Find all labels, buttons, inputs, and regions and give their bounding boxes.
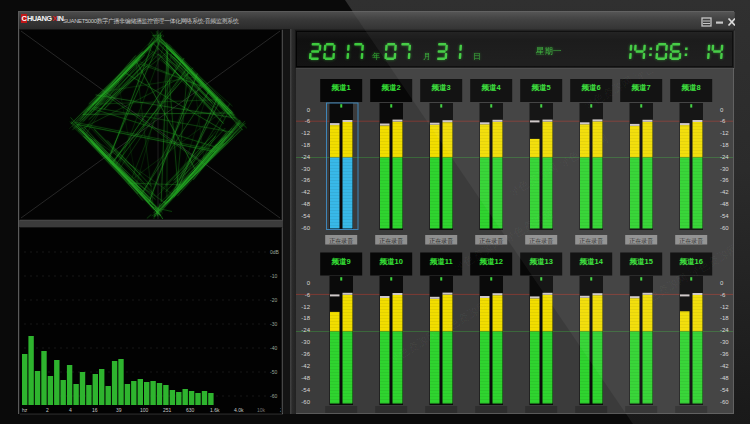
svg-text:正在录音: 正在录音 bbox=[579, 237, 603, 245]
svg-text:-36: -36 bbox=[301, 177, 310, 183]
svg-text:16: 16 bbox=[92, 407, 98, 413]
svg-text:频道1: 频道1 bbox=[331, 83, 351, 92]
svg-text:hz: hz bbox=[22, 407, 28, 413]
svg-text:-40: -40 bbox=[270, 345, 277, 351]
svg-text:25k: 25k bbox=[280, 407, 281, 413]
svg-text:-48: -48 bbox=[301, 375, 310, 381]
svg-text:-60: -60 bbox=[270, 393, 277, 399]
svg-text:频道9: 频道9 bbox=[331, 257, 351, 266]
svg-text:-42: -42 bbox=[301, 363, 310, 369]
svg-text:-60: -60 bbox=[720, 225, 729, 231]
svg-text:2: 2 bbox=[46, 407, 49, 413]
svg-text:4.0k: 4.0k bbox=[234, 407, 244, 413]
svg-text:-36: -36 bbox=[301, 351, 310, 357]
svg-text:-18: -18 bbox=[301, 142, 310, 148]
svg-text:频道5: 频道5 bbox=[531, 83, 551, 92]
svg-text:-50: -50 bbox=[270, 369, 277, 375]
svg-text:-60: -60 bbox=[301, 399, 310, 405]
svg-text:-6: -6 bbox=[720, 292, 726, 298]
svg-text:-30: -30 bbox=[301, 166, 310, 172]
svg-text:-60: -60 bbox=[301, 225, 310, 231]
svg-text:630: 630 bbox=[186, 407, 195, 413]
svg-text:-10: -10 bbox=[270, 273, 277, 279]
svg-text:-12: -12 bbox=[720, 304, 729, 310]
svg-text:-60: -60 bbox=[720, 399, 729, 405]
svg-text:251: 251 bbox=[163, 407, 172, 413]
svg-text:年: 年 bbox=[372, 52, 380, 61]
svg-text:-18: -18 bbox=[301, 315, 310, 321]
svg-text:-36: -36 bbox=[720, 351, 729, 357]
svg-text:1.6k: 1.6k bbox=[210, 407, 220, 413]
svg-text:100: 100 bbox=[140, 407, 149, 413]
svg-text:频道2: 频道2 bbox=[381, 83, 401, 92]
svg-text:-12: -12 bbox=[720, 130, 729, 136]
svg-text:频道4: 频道4 bbox=[481, 83, 502, 92]
svg-text:-36: -36 bbox=[720, 177, 729, 183]
svg-text:频道8: 频道8 bbox=[681, 83, 701, 92]
svg-text:0dB: 0dB bbox=[270, 249, 280, 255]
svg-text:-12: -12 bbox=[301, 304, 310, 310]
svg-text:-12: -12 bbox=[301, 130, 310, 136]
svg-text:-18: -18 bbox=[720, 315, 729, 321]
svg-text:月: 月 bbox=[423, 52, 431, 61]
svg-text:-18: -18 bbox=[720, 142, 729, 148]
svg-text:频道3: 频道3 bbox=[431, 83, 451, 92]
svg-text:正在录音: 正在录音 bbox=[379, 237, 403, 245]
svg-text:频道13: 频道13 bbox=[529, 257, 553, 266]
svg-text:-6: -6 bbox=[720, 118, 726, 124]
svg-text:-30: -30 bbox=[720, 166, 729, 172]
svg-text:正在录音: 正在录音 bbox=[329, 237, 353, 245]
svg-text:-54: -54 bbox=[720, 387, 729, 393]
svg-text:正在录音: 正在录音 bbox=[629, 237, 653, 245]
svg-text:39: 39 bbox=[116, 407, 122, 413]
svg-text:-20: -20 bbox=[270, 297, 277, 303]
svg-text:-30: -30 bbox=[720, 339, 729, 345]
svg-text:日: 日 bbox=[473, 52, 481, 61]
svg-text:-54: -54 bbox=[301, 387, 310, 393]
svg-text:频道15: 频道15 bbox=[629, 257, 653, 266]
svg-text:10k: 10k bbox=[257, 407, 266, 413]
svg-text:-42: -42 bbox=[720, 363, 729, 369]
svg-text:频道11: 频道11 bbox=[429, 257, 453, 266]
svg-text:-54: -54 bbox=[720, 213, 729, 219]
svg-text:正在录音: 正在录音 bbox=[529, 237, 553, 245]
svg-text:-6: -6 bbox=[305, 118, 311, 124]
svg-text:-48: -48 bbox=[720, 375, 729, 381]
svg-text:星期一: 星期一 bbox=[536, 46, 562, 56]
svg-text:-24: -24 bbox=[720, 154, 729, 160]
svg-text:正在录音: 正在录音 bbox=[429, 237, 453, 245]
svg-text:-30: -30 bbox=[270, 321, 277, 327]
svg-text:-30: -30 bbox=[301, 339, 310, 345]
svg-text:-24: -24 bbox=[301, 154, 310, 160]
svg-text:4: 4 bbox=[69, 407, 72, 413]
svg-text:-48: -48 bbox=[301, 201, 310, 207]
svg-text:-24: -24 bbox=[720, 327, 729, 333]
svg-text:-42: -42 bbox=[301, 189, 310, 195]
svg-text:-54: -54 bbox=[301, 213, 310, 219]
svg-text:-6: -6 bbox=[305, 292, 311, 298]
svg-text:频道10: 频道10 bbox=[379, 257, 403, 266]
svg-text:-24: -24 bbox=[301, 327, 310, 333]
svg-text:-48: -48 bbox=[720, 201, 729, 207]
svg-text:频道14: 频道14 bbox=[579, 257, 604, 266]
svg-text:正在录音: 正在录音 bbox=[679, 237, 703, 245]
svg-text:-42: -42 bbox=[720, 189, 729, 195]
